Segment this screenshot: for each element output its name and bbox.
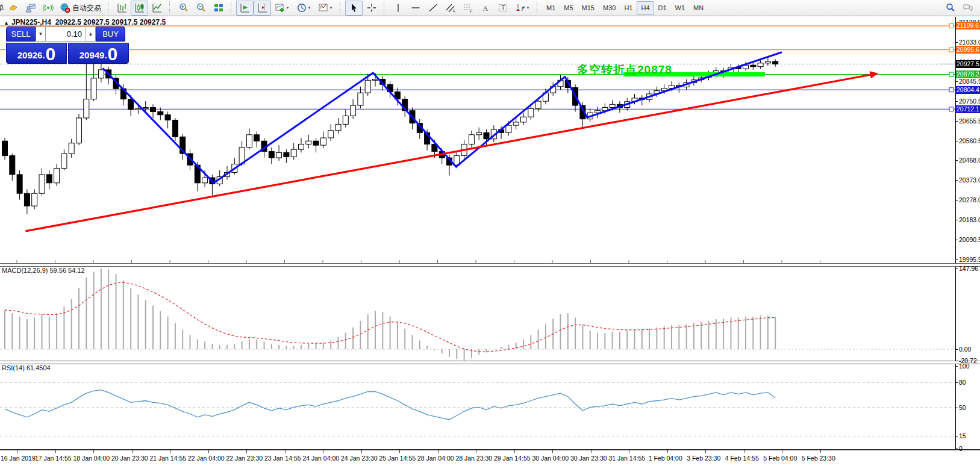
time-axis-tick — [782, 450, 782, 453]
text-icon: A — [480, 2, 491, 13]
line-chart-button[interactable] — [148, 1, 166, 16]
sell-button[interactable]: SELL — [6, 26, 36, 42]
time-axis-tick — [361, 450, 362, 453]
red-trend-arrow-line[interactable] — [25, 75, 870, 231]
time-axis[interactable]: 16 Jan 201917 Jan 14:5518 Jan 04:0020 Ja… — [0, 450, 980, 466]
timeframe-button-W1[interactable]: W1 — [671, 1, 690, 15]
ohlc-bars-icon — [117, 2, 128, 13]
time-axis-tick — [705, 450, 706, 453]
vertical-line-button[interactable] — [389, 1, 407, 16]
macd-axis-label: 147.96 — [959, 265, 978, 272]
tile-windows-button[interactable] — [210, 1, 227, 16]
autotrading-button[interactable]: 自动交易 — [57, 1, 104, 16]
one-click-trade-panel: SELL ▼ ▲ BUY 20926.0 20949.0 — [6, 26, 130, 64]
buy-price-button[interactable]: 20949.0 — [68, 43, 129, 64]
annotation-text[interactable]: 多空转折点20878 — [577, 62, 672, 78]
price-axis-tick — [955, 240, 958, 240]
yellow-ticket-icon — [8, 2, 19, 13]
zoom-in-button[interactable] — [175, 1, 192, 16]
text-button[interactable]: A — [476, 1, 494, 16]
line-chart-icon — [152, 2, 163, 13]
trendline-button[interactable] — [424, 1, 442, 16]
svg-text:A: A — [482, 4, 488, 13]
time-axis-tick — [208, 450, 209, 453]
cursor-button[interactable] — [345, 1, 363, 16]
fibonacci-button[interactable]: F — [459, 1, 476, 16]
volume-decrease-button[interactable]: ▼ — [36, 26, 46, 42]
vertical-line-icon — [393, 2, 404, 13]
new-order-label[interactable]: 单 — [0, 3, 4, 13]
time-axis-label: 24 Jan 23:30 — [341, 455, 378, 462]
buy-price-big-digit: 0 — [108, 45, 118, 63]
timeframe-button-H1[interactable]: H1 — [620, 1, 637, 15]
zoom-out-icon — [196, 2, 207, 13]
candlestick-chart-button[interactable] — [131, 1, 148, 16]
timeframe-button-D1[interactable]: D1 — [654, 1, 671, 15]
indicators-button[interactable]: ▼ — [271, 1, 293, 16]
equidistant-channel-button[interactable]: E — [442, 1, 459, 16]
sell-price-dot: . — [42, 48, 45, 63]
time-axis-label: 22 Jan 23:30 — [226, 455, 263, 462]
dropdown-caret-icon: ▼ — [286, 6, 290, 10]
sell-price-big-digit: 0 — [46, 45, 56, 63]
auto-scroll-button[interactable] — [236, 1, 254, 16]
price-badge-20712.1: 20712.1 — [956, 105, 980, 113]
zigzag-trendline[interactable] — [104, 52, 781, 183]
new-order-icon[interactable] — [4, 1, 22, 16]
horizontal-line-button[interactable] — [407, 1, 424, 16]
buy-button[interactable]: BUY — [96, 26, 125, 42]
line-end-marker — [949, 88, 953, 92]
panel-divider-rsi[interactable] — [0, 361, 980, 364]
line-end-marker — [949, 72, 953, 76]
time-axis-tick — [667, 450, 668, 453]
templates-button[interactable]: ▼ — [314, 1, 336, 16]
volume-input[interactable] — [46, 26, 86, 42]
timeframe-button-MN[interactable]: MN — [689, 1, 708, 15]
panel-divider-macd[interactable] — [0, 263, 980, 267]
rsi-axis-label: 100 — [959, 362, 970, 370]
sell-price-button[interactable]: 20926.0 — [6, 43, 67, 64]
crosshair-button[interactable] — [363, 1, 380, 16]
time-axis-label: 5 Feb 23:30 — [802, 455, 835, 462]
time-axis-label: 21 Jan 14:55 — [149, 455, 186, 462]
time-axis-tick — [591, 450, 591, 453]
cursor-arrow-icon — [349, 2, 360, 13]
periods-button[interactable]: ▼ — [293, 1, 314, 16]
time-axis-label: 3 Feb 23:30 — [687, 455, 720, 462]
zoom-in-icon — [178, 2, 189, 13]
timeframe-button-M30[interactable]: M30 — [599, 1, 620, 15]
time-axis-label: 20 Jan 23:30 — [111, 455, 148, 462]
macd-indicator-chart[interactable] — [0, 266, 955, 361]
time-axis-tick — [514, 450, 515, 453]
timeframe-button-H4[interactable]: H4 — [637, 1, 654, 15]
price-axis-tick — [955, 81, 958, 82]
timeframe-button-M15[interactable]: M15 — [578, 1, 599, 15]
market-watch-icon[interactable] — [22, 1, 39, 16]
search-button[interactable] — [941, 1, 959, 16]
volume-increase-button[interactable]: ▲ — [86, 26, 96, 42]
price-axis-tick — [955, 259, 958, 260]
rsi-axis-label: 0 — [959, 445, 963, 452]
timeframe-button-M5[interactable]: M5 — [560, 1, 577, 15]
main-price-chart[interactable] — [0, 17, 955, 264]
chart-shift-button[interactable] — [254, 1, 271, 16]
time-axis-tick — [476, 450, 476, 453]
candles-layer[interactable] — [2, 58, 778, 214]
timeframe-button-M1[interactable]: M1 — [542, 1, 560, 15]
line-end-marker — [949, 23, 953, 28]
chat-button[interactable] — [959, 1, 976, 16]
arrows-icon — [515, 2, 526, 13]
time-axis-tick — [17, 450, 17, 453]
rsi-indicator-chart[interactable] — [0, 363, 955, 449]
chart-ohlc-values: 20922.5 20927.5 20917.5 20927.5 — [55, 18, 166, 26]
text-label-button[interactable]: T — [494, 1, 511, 16]
price-axis-tick — [955, 42, 958, 43]
signals-icon[interactable] — [39, 1, 57, 16]
arrows-button[interactable]: ▼ — [511, 1, 533, 16]
price-tick-label: 20090.5 — [959, 236, 980, 243]
time-axis-tick — [744, 450, 744, 453]
bar-chart-button[interactable] — [113, 1, 131, 16]
zoom-out-button[interactable] — [192, 1, 210, 16]
one-click-collapse-icon[interactable]: ▲ — [4, 20, 9, 26]
time-axis-tick — [55, 450, 56, 453]
